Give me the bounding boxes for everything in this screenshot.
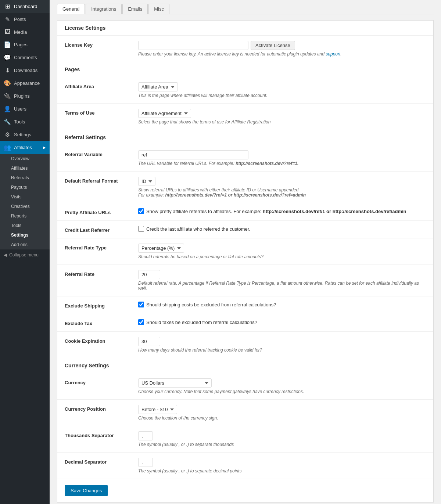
license-key-field: Activate License Please enter your licen… [138, 41, 426, 57]
downloads-icon: ⬇ [4, 67, 11, 74]
referral-variable-input[interactable] [138, 150, 248, 159]
license-key-desc: Please enter your license key. An active… [138, 51, 426, 57]
credit-last-checkbox[interactable] [138, 226, 144, 232]
posts-icon: ✎ [4, 16, 11, 23]
submenu-item-add-ons[interactable]: Add-ons [0, 240, 50, 249]
decimal-separator-desc: The symbol (usually , or .) to separate … [138, 468, 426, 474]
default-referral-format-select[interactable]: ID [138, 177, 155, 186]
exclude-shipping-checkbox-label[interactable]: Should shipping costs be excluded from r… [138, 302, 426, 307]
credit-last-checkbox-label[interactable]: Credit the last affiliate who referred t… [138, 226, 426, 232]
currency-position-row: Currency Position Before - $10 Choose th… [57, 400, 433, 426]
pretty-urls-row: Pretty Affiliate URLs Show pretty affili… [57, 203, 433, 221]
cookie-expiration-desc: How many days should the referral tracki… [138, 348, 426, 353]
currency-select[interactable]: US Dollars [138, 378, 212, 388]
decimal-separator-field: The symbol (usually , or .) to separate … [138, 458, 426, 474]
exclude-shipping-field: Should shipping costs be excluded from r… [138, 302, 426, 307]
sidebar-item-comments[interactable]: 💬 Comments [0, 51, 50, 64]
exclude-tax-checkbox-label[interactable]: Should taxes be excluded from referral c… [138, 319, 426, 325]
sidebar-item-pages[interactable]: 📄 Pages [0, 38, 50, 51]
tab-emails[interactable]: Emails [122, 4, 148, 14]
exclude-tax-checkbox[interactable] [138, 319, 144, 325]
comments-icon: 💬 [4, 54, 11, 61]
sidebar-item-affiliates[interactable]: 👥 Affiliates ▶ [0, 141, 50, 154]
main-content: General Integrations Emails Misc License… [50, 0, 441, 504]
submenu-item-affiliates[interactable]: Affiliates [0, 163, 50, 173]
activate-license-button[interactable]: Activate License [251, 41, 295, 50]
support-link[interactable]: support [326, 51, 340, 57]
referral-rate-desc: Default referral rate. A percentage if R… [138, 281, 426, 291]
submenu-item-overview[interactable]: Overview [0, 154, 50, 163]
sidebar-item-tools[interactable]: 🔧 Tools [0, 115, 50, 128]
submenu-item-referrals[interactable]: Referrals [0, 173, 50, 183]
credit-last-referrer-field: Credit the last affiliate who referred t… [138, 226, 426, 232]
collapse-menu-button[interactable]: ◀ Collapse menu [0, 249, 50, 260]
license-key-label: License Key [65, 41, 138, 48]
license-key-row: License Key Activate License Please ente… [57, 36, 433, 62]
referral-rate-input[interactable] [138, 270, 160, 279]
decimal-separator-label: Decimal Separator [65, 458, 138, 465]
license-key-input[interactable] [138, 41, 248, 50]
plugins-icon: 🔌 [4, 93, 11, 100]
users-icon: 👤 [4, 105, 11, 112]
exclude-tax-field: Should taxes be excluded from referral c… [138, 319, 426, 325]
exclude-shipping-checkbox[interactable] [138, 302, 144, 307]
save-changes-button[interactable]: Save Changes [65, 485, 108, 496]
pretty-urls-checkbox[interactable] [138, 208, 144, 214]
currency-field: US Dollars Choose your currency. Note th… [138, 378, 426, 394]
submenu-item-tools[interactable]: Tools [0, 221, 50, 230]
thousands-separator-field: The symbol (usually , or .) to separate … [138, 431, 426, 447]
sidebar-item-downloads[interactable]: ⬇ Downloads [0, 64, 50, 77]
tab-misc[interactable]: Misc [148, 4, 169, 14]
submenu-item-creatives[interactable]: Creatives [0, 202, 50, 211]
collapse-icon: ◀ [4, 252, 7, 258]
tab-general[interactable]: General [57, 4, 85, 14]
exclude-shipping-label: Exclude Shipping [65, 302, 138, 309]
thousands-separator-input[interactable] [138, 431, 153, 440]
affiliate-area-row: Affiliate Area Affiliate Area This is th… [57, 77, 433, 104]
currency-row: Currency US Dollars Choose your currency… [57, 373, 433, 400]
referral-rate-field: Default referral rate. A percentage if R… [138, 270, 426, 291]
referral-rate-type-field: Percentage (%) Should referrals be based… [138, 244, 426, 259]
settings-content: License Settings License Key Activate Li… [57, 20, 434, 503]
referral-variable-label: Referral Variable [65, 150, 138, 157]
affiliate-area-label: Affiliate Area [65, 82, 138, 89]
pretty-urls-checkbox-label[interactable]: Show pretty affiliate referrals to affil… [138, 208, 426, 214]
sidebar-item-dashboard[interactable]: ⊞ Dashboard [0, 0, 50, 13]
affiliate-area-field: Affiliate Area This is the page where af… [138, 82, 426, 98]
affiliate-area-select[interactable]: Affiliate Area [138, 82, 178, 91]
license-settings-header: License Settings [57, 21, 433, 36]
credit-last-referrer-label: Credit Last Referrer [65, 226, 138, 233]
referral-rate-type-select[interactable]: Percentage (%) [138, 244, 184, 253]
currency-label: Currency [65, 378, 138, 385]
settings-tabs: General Integrations Emails Misc [57, 4, 434, 14]
submenu-item-payouts[interactable]: Payouts [0, 183, 50, 192]
tools-icon: 🔧 [4, 118, 11, 125]
terms-of-use-select[interactable]: Affiliate Agreement [138, 109, 191, 118]
cookie-expiration-label: Cookie Expiration [65, 337, 138, 344]
affiliate-area-desc: This is the page where affiliates will m… [138, 93, 426, 98]
tab-integrations[interactable]: Integrations [86, 4, 122, 14]
cookie-expiration-row: Cookie Expiration How many days should t… [57, 332, 433, 358]
referral-variable-field: The URL variable for referral URLs. For … [138, 150, 426, 166]
sidebar-item-users[interactable]: 👤 Users [0, 102, 50, 115]
decimal-separator-input[interactable] [138, 458, 153, 467]
thousands-separator-label: Thousands Separator [65, 431, 138, 438]
sidebar-item-appearance[interactable]: 🎨 Appearance [0, 77, 50, 90]
sidebar-item-plugins[interactable]: 🔌 Plugins [0, 90, 50, 102]
sidebar-item-media[interactable]: 🖼 Media [0, 26, 50, 38]
referral-rate-type-label: Referral Rate Type [65, 244, 138, 251]
default-referral-format-row: Default Referral Format ID Show referral… [57, 172, 433, 203]
sidebar-item-settings[interactable]: ⚙ Settings [0, 128, 50, 141]
collapse-label: Collapse menu [9, 252, 39, 258]
terms-of-use-field: Affiliate Agreement Select the page that… [138, 109, 426, 125]
submenu-item-settings[interactable]: Settings [0, 230, 50, 240]
sidebar-item-label: Affiliates [14, 145, 40, 150]
submenu-item-visits[interactable]: Visits [0, 192, 50, 202]
credit-last-referrer-row: Credit Last Referrer Credit the last aff… [57, 221, 433, 238]
cookie-expiration-input[interactable] [138, 337, 160, 346]
sidebar-item-posts[interactable]: ✎ Posts [0, 13, 50, 26]
affiliates-icon: 👥 [4, 144, 11, 151]
currency-position-select[interactable]: Before - $10 [138, 405, 177, 414]
sidebar-item-label: Media [14, 29, 46, 35]
submenu-item-reports[interactable]: Reports [0, 211, 50, 221]
